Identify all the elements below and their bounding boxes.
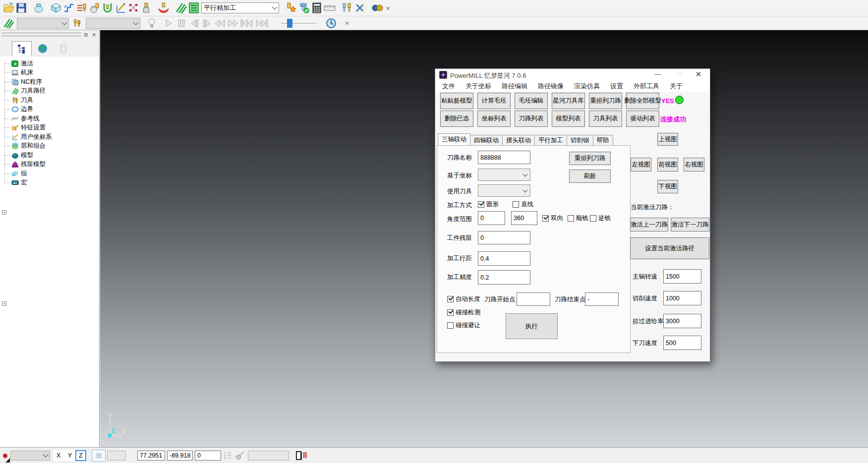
tree-item-macros[interactable]: +宏 bbox=[0, 178, 27, 187]
tab-recycle-bin[interactable] bbox=[54, 41, 73, 56]
coord-x-field[interactable]: 77.2951 bbox=[137, 451, 165, 461]
tool-library-button[interactable]: 星河刀具库 bbox=[552, 93, 585, 109]
angle-start-input[interactable] bbox=[478, 211, 505, 225]
tree-item-active[interactable]: »激活 bbox=[0, 59, 33, 68]
tab-3axis[interactable]: 三轴联动 bbox=[438, 133, 470, 146]
grid-size-field[interactable] bbox=[107, 451, 126, 461]
close-panel-icon[interactable]: ✕ bbox=[91, 32, 97, 38]
close-button[interactable]: ✕ bbox=[690, 69, 707, 81]
pattern-icon[interactable] bbox=[127, 1, 140, 14]
rearrange-toolpaths-button[interactable]: 重排列刀路 bbox=[589, 93, 622, 109]
create-block-icon[interactable] bbox=[50, 1, 62, 14]
stepover-input[interactable] bbox=[478, 251, 530, 266]
toolpath-list-icon[interactable] bbox=[187, 1, 200, 14]
climb-checkbox[interactable]: 顺铣 bbox=[568, 214, 588, 223]
tree-item-boundaries[interactable]: 边界 bbox=[0, 105, 33, 114]
slider-handle[interactable] bbox=[287, 19, 292, 28]
tolerance-input[interactable] bbox=[478, 270, 530, 285]
rewind-icon[interactable] bbox=[214, 17, 227, 30]
cutting-speed-input[interactable] bbox=[663, 291, 701, 305]
menu-about-coords[interactable]: 关于坐标 bbox=[465, 82, 491, 91]
activate-next-button[interactable]: 激活下一刀路 bbox=[671, 218, 709, 232]
model-list-button[interactable]: 模型列表 bbox=[552, 111, 585, 127]
view-top-button[interactable]: 上视图 bbox=[657, 133, 678, 146]
start-point-input[interactable] bbox=[517, 292, 550, 306]
feed-rate-icon[interactable] bbox=[62, 1, 75, 14]
plunge-speed-input[interactable] bbox=[663, 336, 701, 350]
cursor-position-toggle-icon[interactable] bbox=[295, 450, 307, 463]
float-panel-icon[interactable]: ⧉ bbox=[83, 32, 89, 38]
rearrange-button[interactable]: 重排列刀路 bbox=[569, 152, 611, 165]
simulate-entry-icon[interactable] bbox=[157, 1, 170, 14]
tool-holder-icon[interactable] bbox=[140, 1, 153, 14]
move-arrows-icon[interactable] bbox=[353, 1, 366, 14]
xyz-readout-icon[interactable]: xyz bbox=[224, 451, 232, 462]
view-front-button[interactable]: 前视图 bbox=[657, 158, 678, 172]
tool-list-button[interactable]: 刀具列表 bbox=[589, 111, 622, 127]
delete-selected-button[interactable]: 删除已选 bbox=[440, 111, 473, 127]
skim-feed-input[interactable] bbox=[663, 314, 701, 328]
angle-end-input[interactable] bbox=[511, 211, 537, 225]
close-toolbar-icon[interactable]: × bbox=[343, 17, 351, 30]
toolpath-icon[interactable] bbox=[174, 1, 187, 14]
tool-dropdown[interactable] bbox=[478, 184, 530, 197]
coord-list-button[interactable]: 坐标列表 bbox=[477, 111, 511, 127]
close-toolbar-icon[interactable]: × bbox=[384, 1, 393, 14]
tree-item-nc-programs[interactable]: NC程序 bbox=[0, 77, 42, 86]
open-file-icon[interactable] bbox=[2, 1, 15, 14]
tool-icon[interactable] bbox=[71, 17, 84, 30]
panel-grip[interactable]: ⧉ ✕ bbox=[0, 30, 99, 40]
menu-path-mirror[interactable]: 路径镜像 bbox=[538, 82, 564, 91]
bidir-checkbox[interactable]: 双向 bbox=[542, 214, 563, 223]
workplane-edit-icon[interactable] bbox=[114, 1, 127, 14]
axis-y-button[interactable]: Y bbox=[64, 450, 75, 461]
step-forward-icon[interactable] bbox=[201, 17, 214, 30]
probe-icon[interactable] bbox=[235, 451, 245, 462]
collision-avoid-checkbox[interactable]: 碰撞避让 bbox=[447, 321, 480, 330]
tree-item-levels-sets[interactable]: 层和组合 bbox=[0, 141, 46, 150]
maximize-button[interactable]: □ bbox=[671, 69, 688, 81]
coord-y-field[interactable]: -69.918 bbox=[167, 451, 193, 461]
resize-grip-icon[interactable] bbox=[5, 458, 10, 463]
tab-4axis[interactable]: 四轴联动 bbox=[470, 135, 503, 146]
tab-globe[interactable] bbox=[33, 41, 53, 56]
mode-line-checkbox[interactable]: 直线 bbox=[513, 200, 533, 209]
execute-button[interactable]: 执行 bbox=[506, 313, 558, 339]
stock-edit-button[interactable]: 毛坯编辑 bbox=[515, 93, 548, 109]
tab-saw[interactable]: 切割锯 bbox=[567, 135, 593, 146]
toolpath-strategy-icon[interactable] bbox=[75, 1, 88, 14]
go-start-icon[interactable] bbox=[239, 17, 254, 30]
coord-dropdown[interactable] bbox=[478, 169, 530, 181]
tree-item-tools[interactable]: 刀具 bbox=[0, 96, 33, 105]
conventional-checkbox[interactable]: 逆铣 bbox=[590, 214, 611, 223]
play-icon[interactable] bbox=[162, 17, 175, 30]
activate-prev-button[interactable]: 激活上一刀路 bbox=[630, 218, 668, 232]
tree-item-workplanes[interactable]: +用户坐标系 bbox=[0, 132, 52, 141]
tool-check-icon[interactable] bbox=[297, 1, 310, 14]
fast-forward-icon[interactable] bbox=[227, 17, 239, 30]
end-point-input[interactable] bbox=[585, 292, 619, 306]
sim-toolpath-combobox[interactable] bbox=[17, 18, 69, 29]
spindle-speed-input[interactable] bbox=[663, 269, 701, 284]
view-left-button[interactable]: 左视图 bbox=[631, 158, 651, 172]
toolpath-name-input[interactable] bbox=[478, 151, 530, 164]
toolpath-list-button[interactable]: 刀路列表 bbox=[515, 111, 548, 127]
set-active-path-button[interactable]: 设置当前激活路径 bbox=[630, 237, 709, 259]
coord-z-field[interactable]: 0 bbox=[195, 451, 221, 461]
collision-check-checkbox[interactable]: 碰撞检测 bbox=[447, 308, 480, 317]
tab-parallel[interactable]: 平行加工 bbox=[535, 135, 567, 146]
tree-item-stock-models[interactable]: 残留模型 bbox=[0, 160, 46, 169]
menu-path-edit[interactable]: 路径编辑 bbox=[502, 82, 527, 91]
tree-item-feature-sets[interactable]: 特征设置 bbox=[0, 123, 46, 132]
tree-item-patterns[interactable]: 参考线 bbox=[0, 114, 40, 123]
step-back-icon[interactable] bbox=[188, 17, 201, 30]
paste-model-button[interactable]: 粘贴新模型 bbox=[440, 93, 473, 109]
minimize-button[interactable]: — bbox=[649, 69, 666, 81]
axis-z-button[interactable]: Z bbox=[75, 450, 86, 461]
toolpath-icon[interactable] bbox=[2, 17, 15, 30]
tool-sphere-icon[interactable] bbox=[88, 1, 101, 14]
strategy-combobox[interactable]: 平行精加工 bbox=[201, 2, 279, 13]
calculator-icon[interactable] bbox=[310, 1, 323, 14]
search-models-icon[interactable] bbox=[371, 1, 384, 14]
menu-external-tools[interactable]: 外部工具 bbox=[634, 82, 659, 91]
